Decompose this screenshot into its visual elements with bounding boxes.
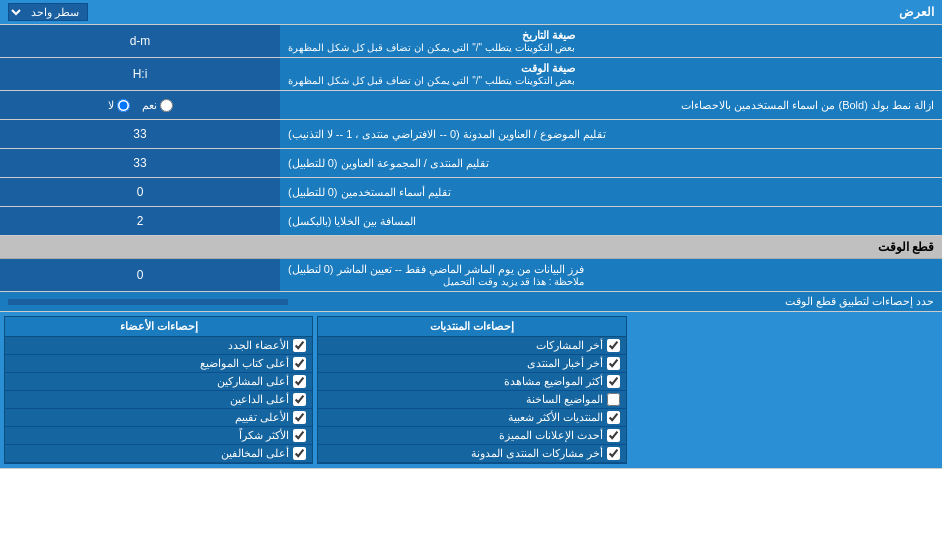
stats-item-top-writers: أعلى كتاب المواضيع: [5, 355, 312, 373]
stats-item-latest-forum-posts: أخر مشاركات المنتدى المدونة: [318, 445, 625, 463]
stats-item-popular-forums: المنتديات الأكثر شعبية: [318, 409, 625, 427]
forum-per-page-label: تقليم المنتدى / المجموعة العناوين (0 للت…: [280, 149, 942, 177]
stats-checkbox-most-viewed[interactable]: [607, 375, 620, 388]
stats-item-latest-announcements: أحدث الإعلانات المميزة: [318, 427, 625, 445]
stats-label-latest-news: أخر أخبار المنتدى: [527, 357, 603, 370]
cell-spacing-input-container: [0, 207, 280, 235]
users-display-row: تقليم أسماء المستخدمين (0 للتطبيل): [0, 178, 942, 207]
stats-label-top-violators: أعلى المخالفين: [221, 447, 289, 460]
stats-grid: إحصاءات المنتديات أخر المشاركات أخر أخبا…: [4, 316, 938, 464]
stats-item-most-thanked: الأكثر شكراً: [5, 427, 312, 445]
users-display-input[interactable]: [6, 185, 274, 199]
stats-item-hot-topics: المواضيع الساخنة: [318, 391, 625, 409]
stats-label-new-members: الأعضاء الجدد: [228, 339, 289, 352]
time-format-label-line1: صيغة الوقت: [288, 62, 575, 75]
main-container: العرض سطر واحد سطرين ثلاثة أسطر صيغة الت…: [0, 0, 942, 469]
stats-label-latest-posts: أخر المشاركات: [536, 339, 603, 352]
stats-item-top-posters: أعلى المشاركين: [5, 373, 312, 391]
bold-remove-label: ازالة نمط بولد (Bold) من اسماء المستخدمي…: [280, 95, 942, 116]
date-format-input[interactable]: [6, 34, 274, 48]
stats-col-members: إحصاءات الأعضاء الأعضاء الجدد أعلى كتاب …: [4, 316, 313, 464]
forum-per-page-row: تقليم المنتدى / المجموعة العناوين (0 للت…: [0, 149, 942, 178]
stats-checkbox-top-posters[interactable]: [293, 375, 306, 388]
users-display-label: تقليم أسماء المستخدمين (0 للتطبيل): [280, 178, 942, 206]
cutoff-input-container: [0, 259, 280, 291]
time-format-input[interactable]: [6, 67, 274, 81]
users-display-input-container: [0, 178, 280, 206]
stats-input-area: [8, 299, 288, 305]
stats-label-latest-announcements: أحدث الإعلانات المميزة: [499, 429, 603, 442]
stats-label-most-thanked: الأكثر شكراً: [239, 429, 289, 442]
time-format-row: صيغة الوقت بعض التكوينات يتطلب "/" التي …: [0, 58, 942, 91]
stats-spacer-col: [631, 316, 938, 464]
stats-item-top-inviters: أعلى الداعين: [5, 391, 312, 409]
stats-checkbox-top-inviters[interactable]: [293, 393, 306, 406]
bold-remove-row: ازالة نمط بولد (Bold) من اسماء المستخدمي…: [0, 91, 942, 120]
cutoff-label: فرز البيانات من يوم الماشر الماضي فقط --…: [280, 259, 942, 291]
topics-per-page-label: تقليم الموضوع / العناوين المدونة (0 -- ا…: [280, 120, 942, 148]
time-format-input-container: [0, 58, 280, 90]
stats-label-most-viewed: أكثر المواضيع مشاهدة: [504, 375, 603, 388]
stats-checkbox-top-rated[interactable]: [293, 411, 306, 424]
forum-per-page-input[interactable]: [6, 156, 274, 170]
topics-per-page-row: تقليم الموضوع / العناوين المدونة (0 -- ا…: [0, 120, 942, 149]
time-format-label-line2: بعض التكوينات يتطلب "/" التي يمكن ان تضا…: [288, 75, 575, 86]
stats-item-top-rated: الأعلى تقييم: [5, 409, 312, 427]
date-format-input-container: [0, 25, 280, 57]
time-format-label: صيغة الوقت بعض التكوينات يتطلب "/" التي …: [280, 58, 942, 90]
stats-checkbox-latest-posts[interactable]: [607, 339, 620, 352]
bold-remove-no-label[interactable]: لا: [108, 99, 130, 112]
bold-remove-radio-container: نعم لا: [0, 91, 280, 119]
bold-remove-yes-radio[interactable]: [160, 99, 173, 112]
stats-checkbox-latest-news[interactable]: [607, 357, 620, 370]
date-format-label-line2: بعض التكوينات يتطلب "/" التي يمكن ان تضا…: [288, 42, 575, 53]
cell-spacing-input[interactable]: [6, 214, 274, 228]
topics-per-page-input[interactable]: [6, 127, 274, 141]
cutoff-label-line1: فرز البيانات من يوم الماشر الماضي فقط --…: [288, 263, 584, 276]
forum-per-page-input-container: [0, 149, 280, 177]
stats-label-top-posters: أعلى المشاركين: [217, 375, 289, 388]
stats-item-latest-posts: أخر المشاركات: [318, 337, 625, 355]
cell-spacing-row: المسافة بين الخلايا (بالبكسل): [0, 207, 942, 236]
bold-remove-no-radio[interactable]: [117, 99, 130, 112]
stats-checkbox-most-thanked[interactable]: [293, 429, 306, 442]
stats-checkbox-latest-forum-posts[interactable]: [607, 447, 620, 460]
stats-item-top-violators: أعلى المخالفين: [5, 445, 312, 463]
stats-checkbox-popular-forums[interactable]: [607, 411, 620, 424]
stats-checkbox-top-writers[interactable]: [293, 357, 306, 370]
stats-grid-container: إحصاءات المنتديات أخر المشاركات أخر أخبا…: [0, 312, 942, 469]
cutoff-input[interactable]: [6, 268, 274, 282]
stats-header-label: حدد إحصاءات لتطبيق قطع الوقت: [288, 295, 934, 308]
display-mode-select[interactable]: سطر واحد سطرين ثلاثة أسطر: [8, 3, 88, 21]
stats-item-most-viewed: أكثر المواضيع مشاهدة: [318, 373, 625, 391]
topics-per-page-input-container: [0, 120, 280, 148]
stats-label-top-inviters: أعلى الداعين: [230, 393, 289, 406]
stats-label-popular-forums: المنتديات الأكثر شعبية: [508, 411, 603, 424]
date-format-row: صيغة التاريخ بعض التكوينات يتطلب "/" الت…: [0, 25, 942, 58]
stats-item-new-members: الأعضاء الجدد: [5, 337, 312, 355]
cutoff-label-line2: ملاحظة : هذا قد يزيد وقت التحميل: [288, 276, 584, 287]
stats-label-top-writers: أعلى كتاب المواضيع: [200, 357, 289, 370]
bold-remove-yes-label[interactable]: نعم: [142, 99, 173, 112]
header-title: العرض: [899, 5, 934, 19]
stats-checkbox-latest-announcements[interactable]: [607, 429, 620, 442]
cutoff-section-title: قطع الوقت: [0, 236, 942, 259]
stats-item-latest-news: أخر أخبار المنتدى: [318, 355, 625, 373]
cell-spacing-label: المسافة بين الخلايا (بالبكسل): [280, 207, 942, 235]
stats-col-forums-title: إحصاءات المنتديات: [318, 317, 625, 337]
stats-col-members-title: إحصاءات الأعضاء: [5, 317, 312, 337]
stats-header-row: حدد إحصاءات لتطبيق قطع الوقت: [0, 292, 942, 312]
stats-checkbox-new-members[interactable]: [293, 339, 306, 352]
stats-col-forums: إحصاءات المنتديات أخر المشاركات أخر أخبا…: [317, 316, 626, 464]
cutoff-row: فرز البيانات من يوم الماشر الماضي فقط --…: [0, 259, 942, 292]
stats-label-top-rated: الأعلى تقييم: [235, 411, 289, 424]
header-row: العرض سطر واحد سطرين ثلاثة أسطر: [0, 0, 942, 25]
date-format-label-line1: صيغة التاريخ: [288, 29, 575, 42]
stats-checkbox-hot-topics[interactable]: [607, 393, 620, 406]
stats-checkbox-top-violators[interactable]: [293, 447, 306, 460]
date-format-label: صيغة التاريخ بعض التكوينات يتطلب "/" الت…: [280, 25, 942, 57]
stats-label-latest-forum-posts: أخر مشاركات المنتدى المدونة: [471, 447, 603, 460]
stats-label-hot-topics: المواضيع الساخنة: [526, 393, 603, 406]
